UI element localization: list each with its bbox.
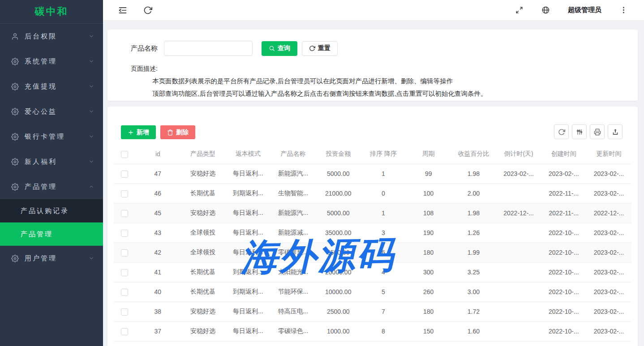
plus-icon	[128, 129, 134, 136]
column-header[interactable]: 创建时间	[541, 145, 586, 164]
product-name-input[interactable]	[164, 41, 253, 56]
topbar-right: 超级管理员	[515, 6, 644, 14]
sidebar-subitem-product-management-active[interactable]: 产品管理	[0, 222, 103, 246]
column-settings-button[interactable]	[572, 124, 587, 139]
sidebar-item-system-management[interactable]: 系统管理	[0, 49, 103, 74]
column-header[interactable]: 更新时间	[586, 145, 631, 164]
cell-invest-amount: 10000.00	[316, 282, 361, 302]
sidebar-item-user-management[interactable]: 用户管理	[0, 246, 103, 271]
cell-created-time: 2022-10-...	[541, 302, 586, 321]
column-header[interactable]: 排序 降序	[361, 145, 406, 164]
cell-id: 47	[135, 164, 180, 184]
product-table-wrap: id产品类型返本模式产品名称投资金额排序 降序周期收益百分比倒计时(天)创建时间…	[114, 145, 631, 342]
gear-icon	[11, 255, 19, 262]
chevron-down-icon	[89, 59, 94, 64]
cell-product-type: 安稳好选	[180, 164, 226, 184]
row-checkbox[interactable]	[121, 210, 128, 217]
cell-product-name: 生物智能...	[270, 184, 316, 203]
cell-updated-time: 2023-02-...	[586, 321, 631, 341]
sidebar-item-backend-permissions[interactable]: 后台权限	[0, 24, 103, 49]
cell-countdown: 2023-02-...	[496, 164, 541, 184]
cell-countdown	[496, 243, 541, 262]
sidebar-item-product-management[interactable]: 产品管理	[0, 174, 103, 199]
row-checkbox-cell	[114, 223, 135, 243]
gear-icon	[11, 108, 19, 115]
column-header[interactable]: 倒计时(天)	[496, 145, 541, 164]
select-all-checkbox[interactable]	[121, 151, 128, 158]
cell-created-time: 2023-02-...	[541, 164, 586, 184]
reset-button[interactable]: 重置	[302, 41, 338, 56]
globe-language-icon[interactable]	[541, 6, 550, 14]
reset-button-label: 重置	[318, 44, 331, 52]
search-row: 产品名称 查询 重置	[107, 30, 638, 56]
cell-product-type: 安稳好选	[180, 321, 226, 341]
table-row: 41 长期优基 到期返利... 太阳能光... 20000.00 4 300 3…	[114, 262, 631, 282]
collapse-sidebar-icon[interactable]	[118, 6, 127, 15]
refresh-table-button[interactable]	[554, 124, 569, 139]
sidebar-item-label: 充值提现	[25, 82, 57, 91]
column-header[interactable]: id	[135, 145, 180, 164]
current-user-name[interactable]: 超级管理员	[568, 6, 601, 14]
cell-product-type: 长期优基	[180, 184, 226, 203]
row-checkbox[interactable]	[121, 230, 128, 237]
row-checkbox[interactable]	[121, 328, 128, 335]
delete-button[interactable]: 删除	[160, 125, 195, 139]
column-header[interactable]: 返本模式	[225, 145, 270, 164]
user-icon	[11, 33, 19, 40]
cell-period: 100	[406, 184, 451, 203]
cell-id: 40	[135, 282, 180, 302]
cell-created-time: 2022-10-...	[541, 262, 586, 282]
row-checkbox[interactable]	[121, 190, 128, 197]
row-checkbox[interactable]	[121, 171, 128, 178]
export-button[interactable]	[608, 124, 623, 139]
table-row: 40 长期优基 到期返利... 节能环保... 10000.00 5 260 3…	[114, 282, 631, 302]
sidebar-item-newcomer-benefits[interactable]: 新人福利	[0, 149, 103, 174]
cell-product-type: 全球领投	[180, 223, 226, 243]
cell-invest-amount: 1000.00	[316, 321, 361, 341]
row-checkbox[interactable]	[121, 249, 128, 256]
row-checkbox[interactable]	[121, 308, 128, 316]
sidebar-item-label: 爱心公益	[25, 107, 57, 116]
column-header[interactable]: 收益百分比	[451, 145, 496, 164]
cell-product-name: 新能源汽...	[270, 164, 316, 184]
cell-sort: 1	[361, 164, 406, 184]
refresh-page-icon[interactable]	[143, 6, 152, 15]
query-button[interactable]: 查询	[262, 41, 297, 56]
sidebar-item-label: 后台权限	[25, 32, 57, 41]
add-button-label: 新增	[137, 128, 149, 137]
table-row: 45 安稳好选 每日返利... 新能源汽... 5000.00 1 108 1.…	[114, 203, 631, 223]
cell-return-mode: 到期返利...	[225, 184, 270, 203]
search-card: 产品名称 查询 重置 页面描述: 本页面数据列表展示的是平台所有产品记录,后台管…	[107, 30, 638, 101]
fullscreen-icon[interactable]	[515, 6, 524, 14]
column-header[interactable]: 产品名称	[270, 145, 316, 164]
cell-id: 38	[135, 302, 180, 321]
table-header-row: id产品类型返本模式产品名称投资金额排序 降序周期收益百分比倒计时(天)创建时间…	[114, 145, 631, 164]
cell-product-type: 长期优基	[180, 262, 226, 282]
sidebar-subitem-product-purchase-records[interactable]: 产品认购记录	[0, 199, 103, 222]
gear-icon	[11, 58, 19, 65]
column-header[interactable]: 周期	[406, 145, 451, 164]
add-button[interactable]: 新增	[121, 125, 156, 139]
page-description-title: 页面描述:	[107, 56, 638, 73]
cell-sort: 1	[361, 203, 406, 223]
cell-countdown	[496, 223, 541, 243]
cell-product-name: 新能源汽...	[270, 203, 316, 223]
print-button[interactable]	[590, 124, 605, 139]
columns-filter-icon	[576, 128, 583, 136]
chevron-down-icon	[89, 84, 94, 89]
sidebar-item-recharge-withdraw[interactable]: 充值提现	[0, 74, 103, 99]
row-checkbox[interactable]	[121, 269, 128, 276]
column-header[interactable]: 投资金额	[316, 145, 361, 164]
cell-invest-amount: 2500.00	[316, 302, 361, 321]
cell-period: 190	[406, 223, 451, 243]
more-options-icon[interactable]	[619, 6, 628, 14]
cell-income-percent: 1.72	[451, 302, 496, 321]
column-header[interactable]: 产品类型	[180, 145, 226, 164]
cell-invest-amount: 21000.00	[316, 184, 361, 203]
sidebar-item-bankcard-management[interactable]: 银行卡管理	[0, 124, 103, 149]
row-checkbox[interactable]	[121, 289, 128, 296]
sidebar-item-charity[interactable]: 爱心公益	[0, 99, 103, 124]
row-checkbox-cell	[114, 321, 135, 341]
table-body: 47 安稳好选 每日返利... 新能源汽... 5000.00 1 99 1.9…	[114, 164, 631, 341]
cell-product-name: 节能环保...	[270, 282, 316, 302]
